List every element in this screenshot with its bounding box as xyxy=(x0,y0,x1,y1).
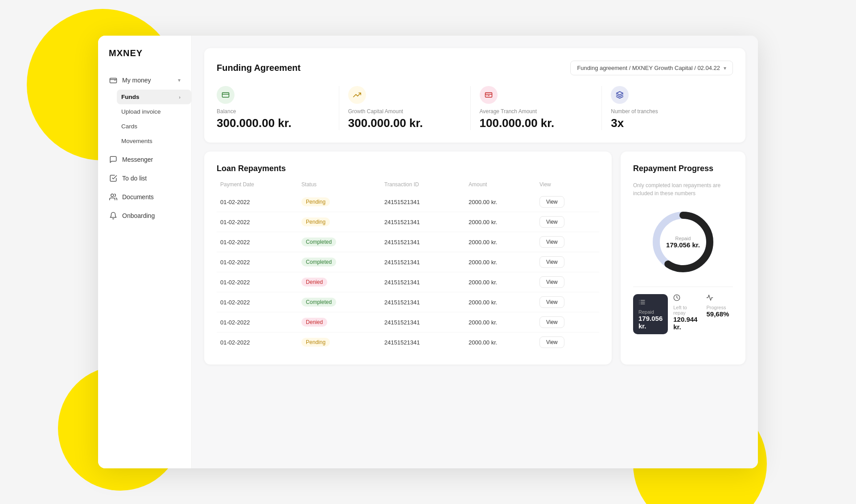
sidebar-item-todo[interactable]: To do list xyxy=(98,169,191,188)
sidebar-item-funds[interactable]: Funds › xyxy=(117,90,191,104)
average-tranch-label: Average Tranch Amount xyxy=(480,108,593,115)
sidebar-item-cards[interactable]: Cards xyxy=(121,119,191,134)
col-transaction-id: Transaction ID xyxy=(381,181,465,192)
cell-amount: 2000.00 kr. xyxy=(465,272,536,292)
card-icon xyxy=(217,86,235,104)
view-button[interactable]: View xyxy=(539,256,564,268)
sidebar-item-movements-label: Movements xyxy=(121,138,152,144)
stat-growth-capital: Growth Capital Amount 300.000.00 kr. xyxy=(339,86,470,130)
cell-amount: 2000.00 kr. xyxy=(465,232,536,252)
chart-icon xyxy=(706,294,729,303)
growth-capital-label: Growth Capital Amount xyxy=(348,108,461,115)
cell-status: Pending xyxy=(298,212,381,232)
left-to-repay-label: Left to repay xyxy=(673,305,697,316)
sidebar-item-upload-invoice-label: Upload invoice xyxy=(121,108,161,115)
person-icon xyxy=(109,193,118,201)
repayment-progress-subtitle: Only completed loan repayments are inclu… xyxy=(633,181,733,197)
sidebar-item-cards-label: Cards xyxy=(121,123,137,130)
app-container: MXNEY My money ▾ xyxy=(98,36,758,468)
col-payment-date: Payment Date xyxy=(217,181,298,192)
cell-view: View xyxy=(536,192,599,212)
cell-amount: 2000.00 kr. xyxy=(465,192,536,212)
view-button[interactable]: View xyxy=(539,336,564,348)
chevron-down-icon: ▾ xyxy=(724,65,726,71)
view-button[interactable]: View xyxy=(539,216,564,228)
donut-center-label: Repaid xyxy=(666,236,700,241)
average-tranch-value: 100.000.00 kr. xyxy=(480,116,593,130)
chevron-right-icon: › xyxy=(179,94,181,100)
stat-average-tranch: Average Tranch Amount 100.000.00 kr. xyxy=(470,86,602,130)
cell-date: 01-02-2022 xyxy=(217,212,298,232)
cell-transaction-id: 24151521341 xyxy=(381,272,465,292)
donut-label: Repaid 179.056 kr. xyxy=(666,236,700,249)
cell-amount: 2000.00 kr. xyxy=(465,292,536,312)
progress-label: Progress xyxy=(706,305,729,310)
funding-title: Funding Agreement xyxy=(217,63,300,73)
cell-view: View xyxy=(536,312,599,332)
svg-rect-3 xyxy=(485,93,492,98)
stats-row: Balance 300.000.00 kr. Growth Capital Am… xyxy=(217,86,733,130)
cell-status: Completed xyxy=(298,232,381,252)
view-button[interactable]: View xyxy=(539,276,564,288)
cell-date: 01-02-2022 xyxy=(217,192,298,212)
cell-date: 01-02-2022 xyxy=(217,252,298,272)
col-view: View xyxy=(536,181,599,192)
cell-view: View xyxy=(536,212,599,232)
table-row: 01-02-2022 Completed 24151521341 2000.00… xyxy=(217,252,599,272)
cell-date: 01-02-2022 xyxy=(217,292,298,312)
sidebar: MXNEY My money ▾ xyxy=(98,36,192,468)
status-badge: Completed xyxy=(301,238,336,246)
app-logo: MXNEY xyxy=(98,48,191,71)
prog-stat-left-to-repay: Left to repay 120.944 kr. xyxy=(668,294,701,334)
stat-balance: Balance 300.000.00 kr. xyxy=(217,86,339,130)
view-button[interactable]: View xyxy=(539,196,564,208)
repayment-progress-title: Repayment Progress xyxy=(633,164,733,173)
nav-group-my-money: My money ▾ Funds › Upload invoice Cards xyxy=(98,71,191,148)
view-button[interactable]: View xyxy=(539,316,564,328)
cell-transaction-id: 24151521341 xyxy=(381,212,465,232)
prog-stat-repaid: Repaid 179.056 kr. xyxy=(633,294,668,334)
layers-icon xyxy=(611,86,629,104)
list-icon xyxy=(638,299,663,307)
cell-status: Denied xyxy=(298,312,381,332)
wallet-icon xyxy=(109,76,118,85)
cell-transaction-id: 24151521341 xyxy=(381,332,465,352)
table-row: 01-02-2022 Completed 24151521341 2000.00… xyxy=(217,292,599,312)
cell-status: Pending xyxy=(298,192,381,212)
sidebar-item-documents[interactable]: Documents xyxy=(98,188,191,206)
cell-date: 01-02-2022 xyxy=(217,332,298,352)
view-button[interactable]: View xyxy=(539,296,564,308)
funding-dropdown[interactable]: Funding agreement / MXNEY Growth Capital… xyxy=(570,61,733,75)
repaid-label: Repaid xyxy=(638,309,663,315)
loan-repayments-title: Loan Repayments xyxy=(217,164,599,173)
balance-value: 300.000.00 kr. xyxy=(217,116,330,130)
funding-agreement-card: Funding Agreement Funding agreement / MX… xyxy=(204,48,745,143)
svg-point-1 xyxy=(111,194,114,197)
sidebar-item-my-money[interactable]: My money ▾ xyxy=(98,71,191,90)
cell-transaction-id: 24151521341 xyxy=(381,252,465,272)
cell-transaction-id: 24151521341 xyxy=(381,232,465,252)
clock-icon xyxy=(673,294,697,303)
sidebar-item-movements[interactable]: Movements xyxy=(121,134,191,148)
table-row: 01-02-2022 Denied 24151521341 2000.00 kr… xyxy=(217,272,599,292)
bottom-row: Loan Repayments Payment Date Status Tran… xyxy=(204,152,745,365)
funding-header: Funding Agreement Funding agreement / MX… xyxy=(217,61,733,75)
status-badge: Pending xyxy=(301,338,330,347)
cell-status: Completed xyxy=(298,292,381,312)
progress-value: 59,68% xyxy=(706,310,729,318)
view-button[interactable]: View xyxy=(539,236,564,248)
cell-amount: 2000.00 kr. xyxy=(465,212,536,232)
cell-transaction-id: 24151521341 xyxy=(381,192,465,212)
sub-nav-my-money: Funds › Upload invoice Cards Movements xyxy=(98,90,191,148)
sidebar-item-onboarding[interactable]: Onboarding xyxy=(98,206,191,225)
cell-transaction-id: 24151521341 xyxy=(381,312,465,332)
sidebar-item-upload-invoice[interactable]: Upload invoice xyxy=(121,104,191,119)
repayment-progress-card: Repayment Progress Only completed loan r… xyxy=(621,152,745,365)
balance-label: Balance xyxy=(217,108,330,115)
sidebar-item-messenger[interactable]: Messenger xyxy=(98,150,191,169)
svg-marker-4 xyxy=(617,92,623,95)
status-badge: Completed xyxy=(301,298,336,307)
status-badge: Denied xyxy=(301,278,327,287)
chevron-down-icon: ▾ xyxy=(178,77,181,83)
donut-wrapper: Repaid 179.056 kr. xyxy=(647,206,719,278)
